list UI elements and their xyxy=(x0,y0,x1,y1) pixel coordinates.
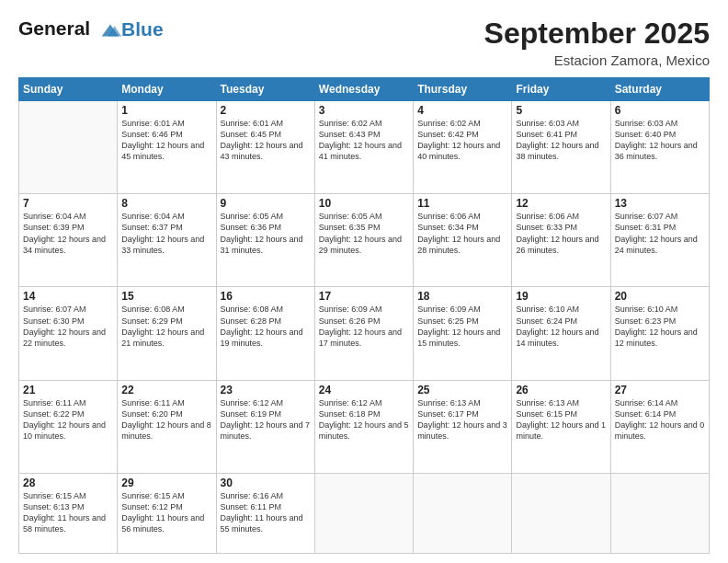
table-row: 30 Sunrise: 6:16 AMSunset: 6:11 PMDaylig… xyxy=(216,473,314,553)
table-row: 6 Sunrise: 6:03 AMSunset: 6:40 PMDayligh… xyxy=(610,101,709,194)
day-info: Sunrise: 6:12 AMSunset: 6:19 PMDaylight:… xyxy=(221,398,311,441)
day-info: Sunrise: 6:04 AMSunset: 6:39 PMDaylight:… xyxy=(23,212,106,254)
day-info: Sunrise: 6:16 AMSunset: 6:11 PMDaylight:… xyxy=(221,491,303,534)
day-number: 27 xyxy=(615,384,705,396)
table-row: 19 Sunrise: 6:10 AMSunset: 6:24 PMDaylig… xyxy=(512,287,610,380)
table-row: 12 Sunrise: 6:06 AMSunset: 6:33 PMDaylig… xyxy=(512,194,610,287)
table-row: 26 Sunrise: 6:13 AMSunset: 6:15 PMDaylig… xyxy=(512,380,610,473)
day-number: 19 xyxy=(516,290,606,303)
day-info: Sunrise: 6:12 AMSunset: 6:18 PMDaylight:… xyxy=(319,398,409,441)
table-row: 23 Sunrise: 6:12 AMSunset: 6:19 PMDaylig… xyxy=(216,380,314,473)
table-row: 24 Sunrise: 6:12 AMSunset: 6:18 PMDaylig… xyxy=(314,380,413,473)
day-info: Sunrise: 6:10 AMSunset: 6:23 PMDaylight:… xyxy=(615,304,698,347)
table-row xyxy=(512,473,610,553)
day-info: Sunrise: 6:11 AMSunset: 6:22 PMDaylight:… xyxy=(23,398,106,441)
day-number: 5 xyxy=(516,104,606,117)
subtitle: Estacion Zamora, Mexico xyxy=(484,52,710,68)
day-info: Sunrise: 6:11 AMSunset: 6:20 PMDaylight:… xyxy=(121,398,211,441)
col-tuesday: Tuesday xyxy=(216,78,314,101)
table-row: 2 Sunrise: 6:01 AMSunset: 6:45 PMDayligh… xyxy=(216,101,314,194)
col-friday: Friday xyxy=(512,78,610,101)
day-info: Sunrise: 6:07 AMSunset: 6:31 PMDaylight:… xyxy=(615,212,698,254)
day-info: Sunrise: 6:06 AMSunset: 6:34 PMDaylight:… xyxy=(417,212,500,254)
table-row xyxy=(610,473,709,553)
logo-text: General xyxy=(18,17,123,42)
day-number: 26 xyxy=(516,384,606,396)
day-number: 29 xyxy=(121,477,211,489)
day-number: 6 xyxy=(615,104,705,117)
logo: General Blue xyxy=(18,17,164,42)
day-info: Sunrise: 6:09 AMSunset: 6:26 PMDaylight:… xyxy=(319,304,402,347)
table-row xyxy=(414,473,512,553)
table-row: 9 Sunrise: 6:05 AMSunset: 6:36 PMDayligh… xyxy=(216,194,314,287)
day-info: Sunrise: 6:13 AMSunset: 6:17 PMDaylight:… xyxy=(417,398,507,441)
day-number: 25 xyxy=(417,384,507,396)
table-row: 25 Sunrise: 6:13 AMSunset: 6:17 PMDaylig… xyxy=(414,380,512,473)
day-info: Sunrise: 6:02 AMSunset: 6:43 PMDaylight:… xyxy=(319,119,402,161)
day-info: Sunrise: 6:06 AMSunset: 6:33 PMDaylight:… xyxy=(516,212,598,254)
page: General Blue September 2025 Estacion Zam… xyxy=(0,0,728,563)
col-monday: Monday xyxy=(118,78,216,101)
day-info: Sunrise: 6:09 AMSunset: 6:25 PMDaylight:… xyxy=(417,304,500,347)
table-row: 4 Sunrise: 6:02 AMSunset: 6:42 PMDayligh… xyxy=(414,101,512,194)
day-number: 9 xyxy=(221,197,311,210)
day-info: Sunrise: 6:15 AMSunset: 6:13 PMDaylight:… xyxy=(23,491,106,534)
calendar-header-row: Sunday Monday Tuesday Wednesday Thursday… xyxy=(19,78,710,101)
day-info: Sunrise: 6:04 AMSunset: 6:37 PMDaylight:… xyxy=(121,212,204,254)
day-info: Sunrise: 6:14 AMSunset: 6:14 PMDaylight:… xyxy=(615,398,705,441)
table-row: 22 Sunrise: 6:11 AMSunset: 6:20 PMDaylig… xyxy=(118,380,216,473)
table-row: 1 Sunrise: 6:01 AMSunset: 6:46 PMDayligh… xyxy=(118,101,216,194)
day-info: Sunrise: 6:13 AMSunset: 6:15 PMDaylight:… xyxy=(516,398,606,441)
table-row: 21 Sunrise: 6:11 AMSunset: 6:22 PMDaylig… xyxy=(19,380,118,473)
day-info: Sunrise: 6:08 AMSunset: 6:29 PMDaylight:… xyxy=(121,304,204,347)
table-row: 7 Sunrise: 6:04 AMSunset: 6:39 PMDayligh… xyxy=(19,194,118,287)
day-number: 15 xyxy=(121,290,211,303)
day-number: 17 xyxy=(319,290,409,303)
day-info: Sunrise: 6:01 AMSunset: 6:46 PMDaylight:… xyxy=(121,119,204,161)
table-row: 29 Sunrise: 6:15 AMSunset: 6:12 PMDaylig… xyxy=(118,473,216,553)
table-row: 15 Sunrise: 6:08 AMSunset: 6:29 PMDaylig… xyxy=(118,287,216,380)
day-number: 2 xyxy=(221,104,311,117)
day-number: 28 xyxy=(23,477,113,489)
table-row: 14 Sunrise: 6:07 AMSunset: 6:30 PMDaylig… xyxy=(19,287,118,380)
day-number: 24 xyxy=(319,384,409,396)
day-number: 11 xyxy=(417,197,507,210)
header: General Blue September 2025 Estacion Zam… xyxy=(18,17,710,68)
day-number: 8 xyxy=(121,197,211,210)
table-row: 5 Sunrise: 6:03 AMSunset: 6:41 PMDayligh… xyxy=(512,101,610,194)
table-row xyxy=(314,473,413,553)
day-number: 10 xyxy=(319,197,409,210)
table-row: 10 Sunrise: 6:05 AMSunset: 6:35 PMDaylig… xyxy=(314,194,413,287)
main-title: September 2025 xyxy=(484,17,710,51)
day-number: 13 xyxy=(615,197,705,210)
table-row: 11 Sunrise: 6:06 AMSunset: 6:34 PMDaylig… xyxy=(414,194,512,287)
calendar-table: Sunday Monday Tuesday Wednesday Thursday… xyxy=(18,77,710,554)
day-number: 18 xyxy=(417,290,507,303)
day-info: Sunrise: 6:02 AMSunset: 6:42 PMDaylight:… xyxy=(417,119,500,161)
day-info: Sunrise: 6:03 AMSunset: 6:41 PMDaylight:… xyxy=(516,119,598,161)
day-number: 20 xyxy=(615,290,705,303)
day-info: Sunrise: 6:05 AMSunset: 6:36 PMDaylight:… xyxy=(221,212,303,254)
day-number: 1 xyxy=(121,104,211,117)
title-block: September 2025 Estacion Zamora, Mexico xyxy=(484,17,710,68)
day-number: 30 xyxy=(221,477,311,489)
col-thursday: Thursday xyxy=(414,78,512,101)
day-number: 23 xyxy=(221,384,311,396)
table-row: 28 Sunrise: 6:15 AMSunset: 6:13 PMDaylig… xyxy=(19,473,118,553)
table-row: 16 Sunrise: 6:08 AMSunset: 6:28 PMDaylig… xyxy=(216,287,314,380)
table-row: 18 Sunrise: 6:09 AMSunset: 6:25 PMDaylig… xyxy=(414,287,512,380)
table-row: 27 Sunrise: 6:14 AMSunset: 6:14 PMDaylig… xyxy=(610,380,709,473)
day-number: 7 xyxy=(23,197,113,210)
day-number: 22 xyxy=(121,384,211,396)
day-number: 4 xyxy=(417,104,507,117)
table-row: 13 Sunrise: 6:07 AMSunset: 6:31 PMDaylig… xyxy=(610,194,709,287)
logo-bird-icon xyxy=(97,17,123,42)
day-number: 16 xyxy=(221,290,311,303)
day-number: 12 xyxy=(516,197,606,210)
col-wednesday: Wednesday xyxy=(314,78,413,101)
table-row: 8 Sunrise: 6:04 AMSunset: 6:37 PMDayligh… xyxy=(118,194,216,287)
day-info: Sunrise: 6:03 AMSunset: 6:40 PMDaylight:… xyxy=(615,119,698,161)
day-number: 21 xyxy=(23,384,113,396)
day-info: Sunrise: 6:01 AMSunset: 6:45 PMDaylight:… xyxy=(221,119,303,161)
table-row: 20 Sunrise: 6:10 AMSunset: 6:23 PMDaylig… xyxy=(610,287,709,380)
